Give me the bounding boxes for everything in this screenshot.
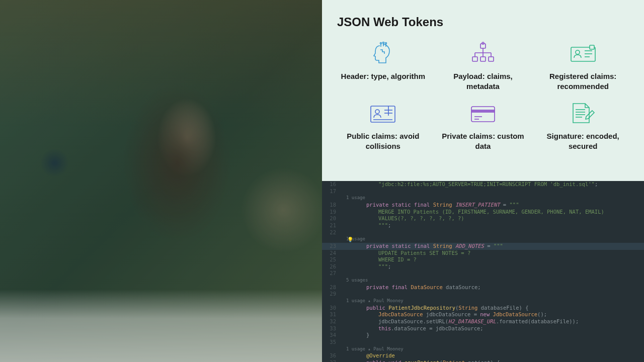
head-ai-icon [337, 41, 429, 66]
code-line[interactable]: 24UPDATE Patients SET NOTES = ? [322, 250, 644, 257]
credit-card-icon [437, 101, 529, 126]
jwt-grid: Header: type, algorithm Payload: claims,… [337, 41, 629, 151]
jwt-label: Private claims: custom data [437, 131, 529, 152]
jwt-label: Payload: claims, metadata [437, 71, 529, 92]
jwt-label: Registered claims: recommended [537, 71, 629, 92]
svg-rect-7 [472, 57, 477, 61]
svg-rect-9 [489, 57, 494, 61]
id-badge-icon [537, 41, 629, 66]
jwt-item-payload: Payload: claims, metadata [437, 41, 529, 92]
code-line[interactable]: 20VALUES(?, ?, ?, ?, ?, ?, ?) [322, 215, 644, 222]
svg-rect-8 [480, 57, 486, 61]
jwt-item-header: Header: type, algorithm [337, 41, 429, 92]
code-line[interactable]: 30public PatientJdbcRepository(String da… [322, 305, 644, 312]
code-line[interactable]: 37public void savePatient(Patient patien… [322, 359, 644, 362]
code-line[interactable]: 33this.dataSource = jdbcDataSource; [322, 325, 644, 332]
code-line[interactable]: 36@Override [322, 352, 644, 359]
code-line[interactable]: 23private static final String ADD_NOTES … [322, 243, 644, 250]
usage-hint: 1 usage [322, 195, 644, 202]
svg-point-10 [482, 42, 484, 44]
jwt-item-public: Public claims: avoid collisions [337, 101, 429, 152]
usage-hint: 5 usages [322, 277, 644, 284]
code-line[interactable]: 31JdbcDataSource jdbcDataSource = new Jd… [322, 311, 644, 318]
code-line[interactable]: 22 [322, 229, 644, 236]
svg-point-4 [383, 42, 384, 44]
code-line[interactable]: 27 [322, 270, 644, 277]
id-card-icon [337, 101, 429, 126]
code-line[interactable]: 28private final DataSource dataSource; [322, 284, 644, 291]
jwt-label: Signature: encoded, secured [537, 131, 629, 152]
jwt-item-signature: Signature: encoded, secured [537, 101, 629, 152]
code-line[interactable]: 32jdbcDataSource.setURL(H2_DATABASE_URL.… [322, 318, 644, 325]
hierarchy-icon [437, 41, 529, 66]
usage-hint: 1 usage💡 [322, 236, 644, 243]
svg-point-12 [576, 50, 580, 54]
code-line[interactable]: 17 [322, 188, 644, 195]
code-line[interactable]: 25WHERE ID = ? [322, 256, 644, 263]
hero-photo [0, 0, 322, 362]
document-sign-icon [537, 101, 629, 126]
svg-point-18 [375, 110, 379, 114]
usage-hint: 1 usage ▴ Paul Mooney [322, 298, 644, 305]
jwt-title: JSON Web Tokens [337, 15, 629, 29]
code-editor: 16"jdbc:h2:file:%s;AUTO_SERVER=TRUE;INIT… [322, 181, 644, 362]
usage-hint: 1 usage ▴ Paul Mooney [322, 346, 644, 353]
code-line[interactable]: 21"""; [322, 222, 644, 229]
jwt-slide: JSON Web Tokens Header: type, algorithm [322, 0, 644, 181]
code-line[interactable]: 26"""; [322, 263, 644, 270]
code-line[interactable]: 29 [322, 291, 644, 298]
jwt-label: Public claims: avoid collisions [337, 131, 429, 152]
code-line[interactable]: 19MERGE INTO Patients (ID, FIRSTNAME, SU… [322, 209, 644, 216]
svg-point-5 [385, 43, 387, 44]
jwt-item-private: Private claims: custom data [437, 101, 529, 152]
code-line[interactable]: 18private static final String INSERT_PAT… [322, 202, 644, 209]
svg-point-3 [380, 43, 382, 44]
code-line[interactable]: 34} [322, 332, 644, 339]
svg-rect-16 [590, 45, 594, 49]
code-line[interactable]: 16"jdbc:h2:file:%s;AUTO_SERVER=TRUE;INIT… [322, 181, 644, 188]
code-line[interactable]: 35 [322, 339, 644, 346]
jwt-label: Header: type, algorithm [337, 71, 429, 81]
jwt-item-registered: Registered claims: recommended [537, 41, 629, 92]
svg-rect-24 [471, 110, 495, 113]
